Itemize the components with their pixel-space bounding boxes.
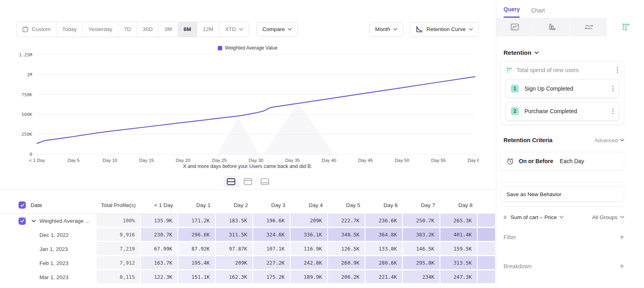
- chevron-down-icon[interactable]: [32, 220, 36, 222]
- all-groups-dropdown[interactable]: All Groups: [592, 214, 624, 220]
- select-all-checkbox[interactable]: [19, 201, 26, 209]
- retention-curve-icon: [416, 26, 423, 33]
- kebab-menu-icon[interactable]: [611, 85, 615, 93]
- retention-section-header[interactable]: Retention: [504, 49, 644, 56]
- breakdown-row: Breakdown +: [504, 261, 624, 271]
- compare-button[interactable]: Compare: [256, 22, 298, 37]
- chart-view-icon: [244, 178, 252, 185]
- flows-icon[interactable]: [570, 18, 607, 36]
- range-6m[interactable]: 6M: [178, 22, 197, 37]
- retention-value-cell: 116.9K: [291, 242, 328, 256]
- all-groups-label: All Groups: [592, 214, 617, 220]
- range-12m[interactable]: 12M: [197, 22, 219, 37]
- range-label: Today: [62, 26, 77, 32]
- step-number-badge: 2: [511, 107, 519, 115]
- chevron-down-icon: [535, 52, 539, 54]
- retention-icon[interactable]: [607, 18, 644, 36]
- add-breakdown-icon[interactable]: +: [619, 262, 624, 270]
- row-label[interactable]: Mar 1, 2023: [39, 274, 68, 280]
- row-label[interactable]: Jan 1, 2023: [39, 246, 68, 252]
- retention-value-cell: 67.99K: [141, 242, 178, 256]
- retention-value-cell: 364.8K: [365, 228, 403, 242]
- row-label[interactable]: Dec 1, 2022: [39, 232, 69, 238]
- insights-icon[interactable]: [496, 18, 533, 36]
- x-axis-label: Day 15: [139, 158, 154, 163]
- range-label: 7D: [124, 26, 131, 32]
- granularity-dropdown[interactable]: Month: [369, 22, 404, 37]
- y-axis-label: 500K: [22, 112, 33, 117]
- table-view-toggle[interactable]: [258, 176, 272, 188]
- panel-divider: [500, 207, 624, 207]
- range-custom[interactable]: Custom: [17, 22, 56, 37]
- table-divider: [0, 189, 496, 190]
- chart-view-toggle[interactable]: [241, 176, 255, 188]
- retention-table: DateTotal Profile(s)< 1 DayDay 1Day 2Day…: [0, 197, 496, 284]
- column-header: Day 8: [440, 197, 478, 213]
- advanced-label: Advanced: [594, 137, 618, 143]
- range-label: 12M: [203, 26, 213, 32]
- split-view-toggle[interactable]: [224, 176, 238, 188]
- row-checkbox[interactable]: [19, 218, 26, 225]
- row-label[interactable]: Weighted Average ...: [39, 218, 90, 224]
- total-profiles-cell: 7,912: [97, 256, 141, 270]
- criteria-condition[interactable]: On or Before: [519, 158, 553, 164]
- advanced-dropdown[interactable]: Advanced: [594, 137, 624, 143]
- behavior-steps: 1Sign Up Completed2Purchase Completed: [501, 79, 624, 120]
- range-yesterday[interactable]: Yesterday: [83, 22, 118, 37]
- criteria-card[interactable]: On or Before Each Day: [500, 152, 624, 170]
- x-axis-label: Day 25: [212, 158, 227, 163]
- y-axis-label: 250K: [22, 132, 33, 137]
- chart-type-dropdown[interactable]: Retention Curve: [410, 22, 479, 37]
- retention-value-cell: 135.9K: [141, 214, 178, 228]
- retention-value-cell: 234K: [403, 270, 440, 284]
- retention-value-cell: 151.1K: [178, 270, 216, 284]
- column-header: Day 3: [253, 197, 291, 213]
- kebab-menu-icon[interactable]: [611, 107, 615, 115]
- tab-query[interactable]: Query: [504, 6, 520, 18]
- retention-value-cell-partial: [478, 214, 496, 228]
- row-label[interactable]: Feb 1, 2023: [39, 260, 68, 266]
- panel-tabs: Query Chart: [496, 0, 644, 18]
- measurement-property[interactable]: Price: [545, 214, 557, 220]
- x-axis-label: Day 40: [322, 158, 336, 163]
- retention-value-cell: 265.3K: [440, 214, 478, 228]
- behavior-step[interactable]: 1Sign Up Completed: [506, 79, 619, 98]
- measurement-metric[interactable]: Sum of cart: [511, 214, 539, 220]
- range-30d[interactable]: 30D: [136, 22, 158, 37]
- retention-value-cell: 122.3K: [141, 270, 178, 284]
- range-today[interactable]: Today: [56, 22, 83, 37]
- x-axis-label: Day 55: [431, 158, 446, 163]
- behavior-step[interactable]: 2Purchase Completed: [506, 102, 619, 120]
- retention-value-cell: 250.7K: [403, 214, 440, 228]
- retention-value-cell: 311.5K: [216, 228, 253, 242]
- range-label: Yesterday: [89, 26, 113, 32]
- criteria-timeframe[interactable]: Each Day: [560, 158, 584, 164]
- retention-value-cell: 230.7K: [141, 228, 178, 242]
- tab-chart[interactable]: Chart: [531, 7, 545, 18]
- chevron-down-icon: [239, 28, 243, 31]
- behavior-title: Total spend of new users: [516, 67, 616, 73]
- chevron-down-icon: [393, 28, 397, 31]
- x-axis-label: Day 35: [285, 158, 299, 163]
- retention-value-cell: 87.92K: [178, 242, 216, 256]
- column-header: Day 7: [403, 197, 440, 213]
- retention-value-cell: 222.7K: [328, 214, 365, 228]
- main-area: CustomTodayYesterday7D30D3M6M12MXTD Comp…: [0, 0, 496, 288]
- range-3m[interactable]: 3M: [158, 22, 178, 37]
- column-header: Day 1: [178, 197, 216, 213]
- funnels-icon[interactable]: [533, 18, 570, 36]
- range-7d[interactable]: 7D: [118, 22, 136, 37]
- retention-criteria-row: Retention Criteria Advanced: [504, 137, 624, 143]
- table-row: Dec 1, 20229,916230.7K296.6K311.5K324.6K…: [0, 228, 496, 242]
- retention-criteria-label: Retention Criteria: [504, 137, 594, 143]
- measurement-row: # Sum of cart ▸ Price All Groups: [504, 210, 624, 224]
- retention-value-cell: 221.4K: [365, 270, 403, 284]
- column-header: < 1 Day: [141, 197, 178, 213]
- retention-value-cell: 236.6K: [365, 214, 403, 228]
- save-as-new-behavior-button[interactable]: Save as New Behavior: [500, 186, 624, 202]
- add-filter-icon[interactable]: +: [619, 233, 624, 241]
- kebab-menu-icon[interactable]: [616, 66, 619, 74]
- range-xtd[interactable]: XTD: [219, 22, 249, 37]
- filter-row: Filter +: [504, 232, 624, 242]
- table-view-icon: [260, 178, 269, 185]
